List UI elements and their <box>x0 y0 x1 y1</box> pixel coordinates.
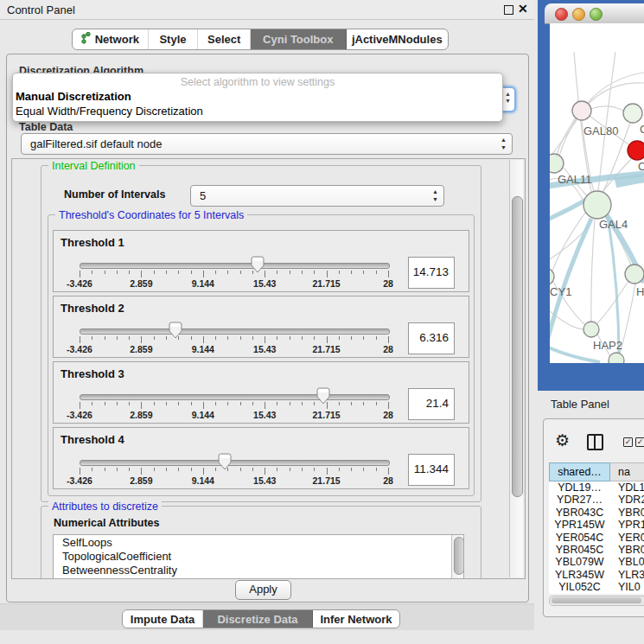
table-row[interactable]: YBR045CYBR0 <box>549 544 644 556</box>
threshold-panel: Threshold 2-3.4262.8599.14415.4321.71528… <box>53 296 469 358</box>
algorithm-dropdown-popup: Select algorithm to view settings Manual… <box>12 73 503 122</box>
threshold-panels: Threshold 1-3.4262.8599.14415.4321.71528… <box>53 230 469 493</box>
threshold-label: Threshold 4 <box>61 433 124 446</box>
threshold-panel: Threshold 3-3.4262.8599.14415.4321.71528… <box>53 361 469 424</box>
table-header-row: shared… na <box>549 462 644 481</box>
thresholds-group-label: Threshold's Coordinates for 5 Intervals <box>55 209 247 221</box>
node-table[interactable]: shared… na YDL19…YDL1YDR27…YDR2YBR043CYB… <box>549 462 644 594</box>
column-header-shared-name[interactable]: shared… <box>549 462 610 481</box>
slider-track[interactable] <box>80 394 390 400</box>
table-row[interactable]: YIL052CYIL0 <box>549 581 644 593</box>
list-scrollbar-thumb[interactable] <box>454 537 464 575</box>
number-of-intervals-label: Number of Intervals <box>64 188 165 201</box>
attribute-list-item[interactable]: TopologicalCoefficient <box>54 549 463 563</box>
apply-button[interactable]: Apply <box>235 580 291 600</box>
table-row[interactable]: YDL19…YDL1 <box>549 481 644 494</box>
threshold-panel: Threshold 1-3.4262.8599.14415.4321.71528… <box>53 230 469 292</box>
table-panel-title: Table Panel <box>551 398 609 411</box>
panel-title: Control Panel <box>7 3 75 16</box>
svg-text:H: H <box>636 285 644 298</box>
table-hscrollbar-thumb[interactable] <box>552 597 641 603</box>
slider-tick-labels: -3.4262.8599.14415.4321.71528 <box>80 410 388 420</box>
interval-definition-label: Interval Definition <box>48 160 139 172</box>
table-row[interactable]: YDR27…YDR2 <box>549 494 644 506</box>
svg-text:GAL11: GAL11 <box>558 173 592 186</box>
slider-thumb[interactable] <box>218 453 232 470</box>
algorithm-option-equal-width[interactable]: Equal Width/Frequency Discretization <box>16 105 203 118</box>
main-scrollbar[interactable] <box>509 160 523 577</box>
bottom-tabbar: Impute Data Discretize Data Infer Networ… <box>122 609 400 628</box>
slider-tick-labels: -3.4262.8599.14415.4321.71528 <box>80 475 388 486</box>
numerical-attributes-label: Numerical Attributes <box>54 517 159 529</box>
tab-infer-network[interactable]: Infer Network <box>313 610 399 628</box>
threshold-value-field[interactable]: 6.316 <box>408 322 455 354</box>
slider-track[interactable] <box>80 328 390 335</box>
slider-track[interactable] <box>80 460 390 466</box>
slider-track[interactable] <box>80 263 390 269</box>
attribute-list-item[interactable]: BetweennessCentrality <box>54 563 463 577</box>
table-panel: ⚙ ✓ ✓ shared… na YDL19…YDL1YDR27…YDR2YBR… <box>543 418 644 617</box>
tab-discretize-data[interactable]: Discretize Data <box>203 610 313 628</box>
table-row[interactable]: YPR145WYPR1 <box>549 519 644 531</box>
checkbox-icon[interactable]: ✓ <box>635 437 644 447</box>
gear-icon[interactable]: ⚙ <box>555 430 570 450</box>
threshold-value-field[interactable]: 21.4 <box>408 388 455 420</box>
close-icon[interactable]: ✕ <box>518 2 528 16</box>
combo-stepper-icon: ▲▼ <box>505 91 511 105</box>
network-graph: GAL80GCGAL11GAL4GCY1HHAP2 <box>550 23 644 363</box>
table-hscrollbar[interactable] <box>549 596 644 606</box>
list-scrollbar[interactable] <box>451 535 463 579</box>
number-of-intervals-combobox[interactable]: 5 ▲▼ <box>190 185 444 207</box>
tab-impute-data[interactable]: Impute Data <box>123 610 203 628</box>
top-tabbar: Network Style Select Cyni Toolbox jActiv… <box>72 29 449 50</box>
numerical-attributes-list[interactable]: SelfLoopsTopologicalCoefficientBetweenne… <box>53 534 464 579</box>
tab-style[interactable]: Style <box>149 29 199 49</box>
tab-network[interactable]: Network <box>73 29 149 49</box>
table-row[interactable]: YBL079WYBL0 <box>549 556 644 568</box>
slider-ticks <box>80 468 388 475</box>
svg-text:GCY1: GCY1 <box>550 285 571 298</box>
control-panel-titlebar: Control Panel ✕ <box>0 0 534 20</box>
slider-thumb[interactable] <box>169 322 182 339</box>
zoom-traffic-light[interactable] <box>590 8 603 21</box>
attr-items: SelfLoopsTopologicalCoefficientBetweenne… <box>54 535 463 577</box>
network-canvas[interactable]: GAL80GCGAL11GAL4GCY1HHAP2 <box>550 23 644 363</box>
table-row[interactable]: YBR043CYBR0 <box>549 507 644 519</box>
threshold-value-field[interactable]: 11.344 <box>408 454 455 486</box>
checkbox-icon[interactable]: ✓ <box>623 437 633 447</box>
network-window: GAL80GCGAL11GAL4GCY1HHAP2 <box>538 0 644 391</box>
slider-tick-labels: -3.4262.8599.14415.4321.71528 <box>80 344 388 354</box>
settings-scrollpane: Interval Definition Number of Intervals … <box>11 158 526 579</box>
tab-select[interactable]: Select <box>198 29 251 49</box>
table-row[interactable]: YLR345WYLR3 <box>549 569 644 581</box>
algorithm-option-manual[interactable]: Manual Discretization <box>16 90 131 103</box>
slider-ticks <box>80 402 388 409</box>
threshold-label: Threshold 1 <box>61 236 124 249</box>
tab-cyni-toolbox[interactable]: Cyni Toolbox <box>251 29 346 49</box>
threshold-panel: Threshold 4-3.4262.8599.14415.4321.71528… <box>53 427 469 489</box>
slider-thumb[interactable] <box>251 256 265 273</box>
slider-thumb[interactable] <box>316 387 330 405</box>
table-row[interactable]: YER054CYER0 <box>549 532 644 544</box>
svg-text:GAL80: GAL80 <box>583 124 618 137</box>
tab-jactivemnodules[interactable]: jActiveMNodules <box>347 29 448 49</box>
main-scrollbar-thumb[interactable] <box>512 196 523 497</box>
svg-text:C: C <box>638 160 644 173</box>
column-layout-icon[interactable] <box>587 434 603 450</box>
threshold-value-field[interactable]: 14.713 <box>408 257 455 289</box>
combo-stepper-icon: ▲▼ <box>432 188 438 203</box>
attributes-group: Attributes to discretize Numerical Attri… <box>41 506 481 579</box>
thresholds-group: Threshold's Coordinates for 5 Intervals … <box>48 214 475 496</box>
float-window-icon[interactable] <box>504 5 513 15</box>
column-header-name[interactable]: na <box>610 462 644 481</box>
table-body: YDL19…YDL1YDR27…YDR2YBR043CYBR0YPR145WYP… <box>549 481 644 594</box>
table-data-combobox[interactable]: galFiltered.sif default node ▲▼ <box>21 133 513 155</box>
app-root: Control Panel ✕ Network Style Select Cyn… <box>0 0 644 644</box>
network-window-titlebar <box>545 3 644 24</box>
minimize-traffic-light[interactable] <box>572 8 585 21</box>
close-traffic-light[interactable] <box>555 8 568 21</box>
svg-text:G: G <box>640 123 644 136</box>
table-data-label: Table Data <box>19 121 73 133</box>
attribute-list-item[interactable]: SelfLoops <box>54 535 463 549</box>
threshold-label: Threshold 2 <box>61 302 124 315</box>
